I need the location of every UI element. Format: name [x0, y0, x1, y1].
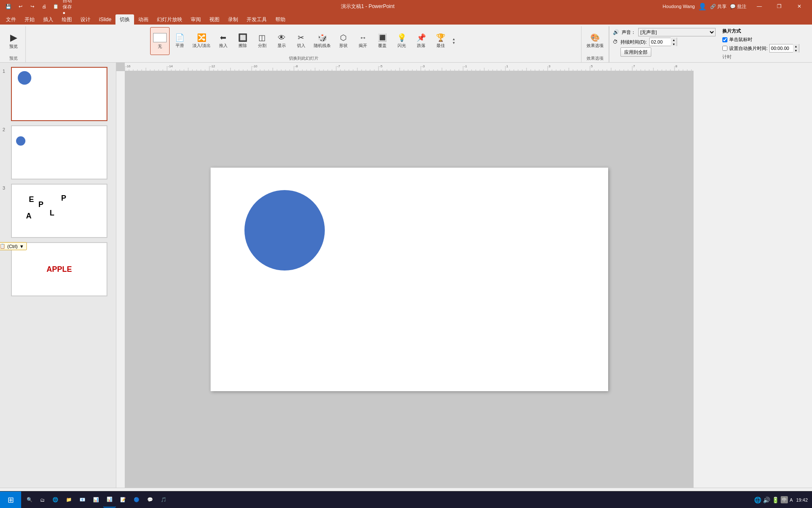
- comments-btn[interactable]: 💬 批注: [730, 3, 746, 10]
- svg-text:-5: -5: [379, 64, 383, 68]
- share-btn[interactable]: 🔗 共享: [710, 3, 727, 10]
- tab-transitions[interactable]: 切换: [115, 14, 134, 25]
- transition-uncover[interactable]: ↔ 揭开: [354, 27, 372, 55]
- transition-wipe[interactable]: 🔲 擦除: [233, 27, 252, 55]
- duration-down[interactable]: ▼: [671, 42, 677, 46]
- transition-reveal[interactable]: 👁 显示: [272, 27, 291, 55]
- paste-indicator[interactable]: 📋 (Ctrl) ▼: [0, 242, 27, 250]
- transition-scrollbar[interactable]: ▲ ▼: [451, 27, 457, 55]
- taskview-taskbar[interactable]: 🗂: [37, 492, 48, 508]
- chrome-taskbar[interactable]: 🔵: [130, 492, 143, 508]
- sound-label: 声音：: [622, 29, 636, 36]
- tray-volume[interactable]: 🔊: [763, 497, 770, 503]
- tab-animations[interactable]: 动画: [134, 14, 153, 25]
- tab-record[interactable]: 录制: [224, 14, 242, 25]
- taskbar-clock[interactable]: 19:42: [796, 497, 808, 502]
- clock-time: 19:42: [796, 497, 808, 502]
- transition-smooth[interactable]: 📄 平滑: [170, 27, 189, 55]
- tab-file[interactable]: 文件: [2, 14, 20, 25]
- slide-thumb-4[interactable]: APPLE ✱: [11, 242, 107, 296]
- ruler-left: [116, 71, 125, 488]
- transition-push[interactable]: ⬅ 推入: [214, 27, 233, 55]
- restore-btn[interactable]: ❐: [770, 0, 789, 13]
- tab-developer[interactable]: 开发工具: [242, 14, 271, 25]
- effect-options-btn[interactable]: 🎨 效果选项: [584, 27, 606, 55]
- search-taskbar[interactable]: 🔍: [23, 492, 36, 508]
- tab-help[interactable]: 帮助: [271, 14, 290, 25]
- explorer-taskbar[interactable]: 📁: [63, 492, 75, 508]
- onclick-checkbox[interactable]: [722, 37, 727, 42]
- duration-input[interactable]: [650, 38, 671, 46]
- flash-icon: 💡: [397, 34, 406, 41]
- excel-taskbar[interactable]: 📊: [90, 492, 102, 508]
- auto-time-input[interactable]: [770, 44, 793, 52]
- ruler-left-svg: [116, 71, 125, 488]
- minimize-btn[interactable]: —: [750, 0, 769, 13]
- preview-btn[interactable]: ▶ 预览: [4, 27, 23, 55]
- cut-icon: ✂: [298, 34, 304, 41]
- sound-icon: 🔊: [613, 29, 619, 35]
- powerpoint-taskbar active[interactable]: 📊: [103, 492, 116, 508]
- wechat-taskbar[interactable]: 💬: [144, 492, 156, 508]
- tab-design[interactable]: 设计: [76, 14, 95, 25]
- start-button[interactable]: ⊞: [0, 491, 21, 508]
- tab-slideshow[interactable]: 幻灯片放映: [153, 14, 187, 25]
- edge-taskbar[interactable]: 🌐: [49, 492, 62, 508]
- word-taskbar[interactable]: 📝: [117, 492, 129, 508]
- sound-select[interactable]: [无声音]: [638, 28, 716, 36]
- slide-thumb-3[interactable]: E P P A L: [11, 184, 107, 238]
- transition-best[interactable]: 🏆 最佳: [431, 27, 450, 55]
- slide-item-1[interactable]: 1: [2, 66, 114, 122]
- print-btn[interactable]: 🖨: [39, 1, 49, 11]
- transition-cut[interactable]: ✂ 切入: [292, 27, 310, 55]
- tray-ime[interactable]: A: [790, 497, 793, 502]
- transition-fadein[interactable]: 🔀 淡入/淡出: [190, 27, 213, 55]
- quick-access-toolbar[interactable]: 💾 ↩ ↪ 🖨 📋 自动保存 ●: [3, 1, 73, 11]
- slide-thumb-1[interactable]: [11, 67, 107, 121]
- transition-flash[interactable]: 💡 闪光: [392, 27, 411, 55]
- transition-none[interactable]: 无: [150, 27, 170, 55]
- onclick-label: 单击鼠标时: [729, 36, 752, 43]
- music-taskbar[interactable]: 🎵: [157, 492, 170, 508]
- slide-thumb-2[interactable]: [11, 125, 107, 179]
- tray-network[interactable]: 🌐: [754, 497, 761, 503]
- tab-draw[interactable]: 绘图: [58, 14, 76, 25]
- ribbon-group-effect: 🎨 效果选项 效果选项: [582, 26, 609, 62]
- paste-dropdown[interactable]: ▼: [19, 244, 24, 249]
- transition-cover[interactable]: 🔳 覆盖: [373, 27, 392, 55]
- tab-insert[interactable]: 插入: [39, 14, 58, 25]
- tab-review[interactable]: 审阅: [187, 14, 205, 25]
- random-bars-icon: 🎲: [318, 34, 327, 41]
- auto-advance-checkbox[interactable]: [722, 46, 727, 51]
- advance-panel: 换片方式 单击鼠标时 设置自动换片时间: ▲ ▼ 计时: [719, 26, 812, 62]
- duration-up[interactable]: ▲: [671, 38, 677, 42]
- wipe-icon: 🔲: [238, 34, 247, 41]
- transition-drop[interactable]: 📌 跌落: [412, 27, 431, 55]
- main-slide[interactable]: [211, 168, 608, 391]
- outlook-taskbar[interactable]: 📧: [76, 492, 89, 508]
- save-btn[interactable]: 💾: [3, 1, 14, 11]
- tray-input-method[interactable]: 中: [781, 496, 788, 503]
- slide-item-2[interactable]: 2: [2, 124, 114, 180]
- redo-btn[interactable]: ↪: [27, 1, 37, 11]
- paste-quick-btn[interactable]: 📋: [51, 1, 61, 11]
- main-circle[interactable]: [244, 190, 325, 271]
- auto-save-toggle[interactable]: 自动保存 ●: [63, 1, 73, 11]
- best-icon: 🏆: [436, 34, 445, 41]
- letter-P1: P: [38, 200, 44, 209]
- tab-start[interactable]: 开始: [20, 14, 39, 25]
- auto-time-up[interactable]: ▲: [793, 44, 799, 48]
- transition-random-bars[interactable]: 🎲 随机线条: [311, 27, 333, 55]
- tab-view[interactable]: 视图: [205, 14, 224, 25]
- transition-split[interactable]: ◫ 分割: [253, 27, 272, 55]
- apply-all-btn[interactable]: 应用到全部: [620, 47, 651, 57]
- close-btn[interactable]: ✕: [790, 0, 809, 13]
- slide-item-3[interactable]: 3 E P P A L: [2, 183, 114, 239]
- transition-shape[interactable]: ⬡ 形状: [334, 27, 353, 55]
- auto-time-spinners: ▲ ▼: [793, 44, 799, 52]
- tab-islide[interactable]: iSlide: [95, 14, 115, 25]
- undo-btn[interactable]: ↩: [15, 1, 25, 11]
- duration-row: ⏱ 持续时间(D): ▲ ▼: [613, 38, 716, 46]
- auto-time-down[interactable]: ▼: [793, 48, 799, 52]
- window-controls[interactable]: — ❐ ✕: [750, 0, 809, 13]
